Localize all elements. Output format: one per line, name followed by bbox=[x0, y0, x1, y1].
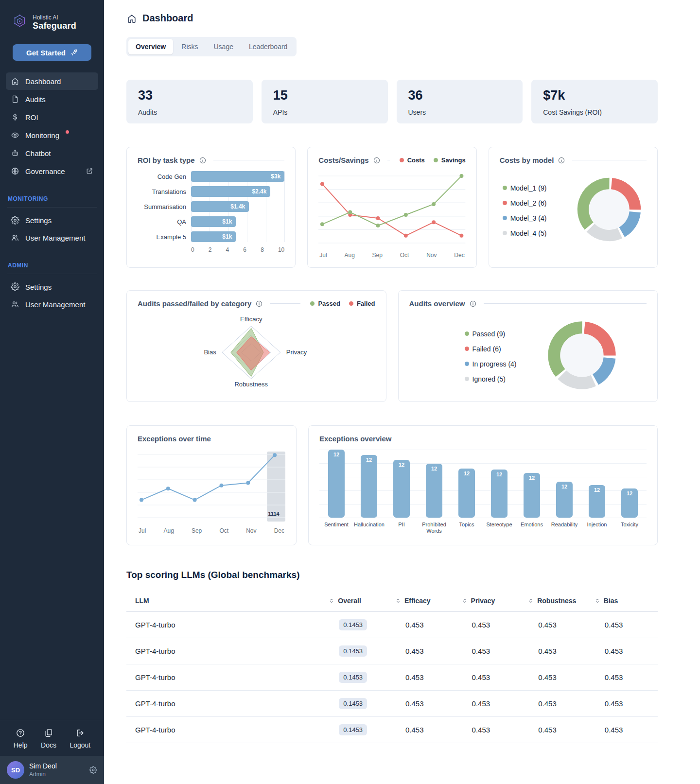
gridline bbox=[319, 518, 647, 518]
column-header-overall[interactable]: Overall bbox=[328, 590, 395, 612]
x-tick: 6 bbox=[243, 246, 246, 253]
sidebar-item-roi[interactable]: ROI bbox=[6, 108, 98, 126]
cell-score: 0.453 bbox=[594, 691, 658, 717]
user-card[interactable]: SD Sim Deol Admin bbox=[0, 756, 104, 784]
user-name: Sim Deol bbox=[29, 762, 57, 770]
legend-label: Failed bbox=[357, 300, 375, 307]
legend-dot bbox=[400, 158, 404, 162]
sort-icon bbox=[527, 597, 534, 604]
legend-item-passed: Passed (9) bbox=[465, 330, 517, 338]
overall-badge: 0.1453 bbox=[339, 724, 367, 735]
sidebar-item-dashboard[interactable]: Dashboard bbox=[6, 72, 98, 90]
x-tick: 2 bbox=[209, 246, 212, 253]
get-started-button[interactable]: Get Started bbox=[13, 44, 91, 61]
x-tick: Oct bbox=[400, 252, 409, 259]
app-root: Holistic AI Safeguard Get Started Dashbo… bbox=[0, 0, 700, 784]
sidebar-item-governance[interactable]: Governance bbox=[6, 162, 98, 180]
table-row: GPT-4-turbo0.14530.4530.4530.4530.453 bbox=[126, 638, 658, 664]
sidebar-sections: MONITORINGSettingsUser ManagementADMINSe… bbox=[0, 180, 104, 313]
cell-overall: 0.1453 bbox=[328, 638, 395, 664]
column-header-privacy[interactable]: Privacy bbox=[461, 590, 528, 612]
x-tick: PII bbox=[386, 522, 417, 534]
users-icon bbox=[11, 233, 19, 242]
legend-item-failed: Failed bbox=[349, 300, 375, 307]
overall-badge: 0.1453 bbox=[339, 619, 367, 630]
x-tick: Sep bbox=[372, 252, 383, 259]
tab-risks[interactable]: Risks bbox=[174, 39, 205, 54]
bar-label: Example 5 bbox=[138, 233, 186, 241]
sidebar-item-admin-settings[interactable]: Settings bbox=[6, 278, 98, 296]
legend-item-model-3: Model_3 (4) bbox=[503, 214, 547, 222]
sidebar-item-admin-user-management[interactable]: User Management bbox=[6, 296, 98, 313]
cell-score: 0.453 bbox=[527, 638, 594, 664]
bar-value-label: 12 bbox=[426, 466, 442, 471]
stat-card-apis: 15APIs bbox=[262, 80, 388, 123]
exceptions-over-time-chart: 1114JulAugSepOctNovDec bbox=[138, 450, 285, 534]
costs-savings-svg bbox=[318, 171, 465, 247]
sidebar-section-monitoring: MONITORINGSettingsUser Management bbox=[0, 195, 104, 246]
sidebar-item-audits[interactable]: Audits bbox=[6, 90, 98, 108]
legend-label: Model_1 (9) bbox=[510, 184, 547, 192]
legend-label: Model_3 (4) bbox=[510, 214, 547, 222]
tab-leaderboard[interactable]: Leaderboard bbox=[242, 39, 295, 54]
costs-by-model-layout: Model_1 (9)Model_2 (6)Model_3 (4)Model_4… bbox=[500, 171, 647, 247]
column-header-llm: LLM bbox=[126, 590, 328, 612]
info-icon[interactable] bbox=[373, 157, 381, 164]
x-tick: Nov bbox=[246, 527, 256, 534]
column-header-efficacy[interactable]: Efficacy bbox=[395, 590, 461, 612]
cell-score: 0.453 bbox=[395, 638, 461, 664]
user-settings-gear-icon[interactable] bbox=[89, 766, 97, 774]
legend-label: Model_4 (5) bbox=[510, 229, 547, 237]
x-tick: Jul bbox=[319, 252, 327, 259]
docs-icon bbox=[44, 728, 53, 738]
bar-sentiment: 12 bbox=[328, 450, 345, 518]
legend-item-passed: Passed bbox=[310, 300, 340, 307]
sidebar-item-monitoring[interactable]: Monitoring bbox=[6, 126, 98, 144]
sidebar-item-monitoring-settings[interactable]: Settings bbox=[6, 211, 98, 229]
cell-score: 0.453 bbox=[527, 717, 594, 743]
table-row: GPT-4-turbo0.14530.4530.4530.4530.453 bbox=[126, 664, 658, 691]
x-tick: Hallucination bbox=[354, 522, 384, 534]
overall-badge: 0.1453 bbox=[339, 698, 367, 709]
docs-button[interactable]: Docs bbox=[41, 728, 56, 749]
bar-value-label: 12 bbox=[589, 487, 605, 493]
info-icon[interactable] bbox=[255, 300, 263, 308]
column-header-robustness[interactable]: Robustness bbox=[527, 590, 594, 612]
info-icon[interactable] bbox=[558, 157, 565, 164]
divider bbox=[7, 207, 97, 208]
file-icon bbox=[11, 95, 19, 104]
sidebar-item-label: Governance bbox=[25, 167, 65, 175]
sidebar-item-label: ROI bbox=[25, 113, 38, 122]
gridline bbox=[284, 171, 285, 242]
info-icon[interactable] bbox=[199, 157, 207, 164]
column-header-bias[interactable]: Bias bbox=[594, 590, 658, 612]
logout-button[interactable]: Logout bbox=[70, 728, 90, 749]
column-header-inner: Privacy bbox=[461, 597, 528, 605]
legend-label: Passed bbox=[318, 300, 340, 307]
bar-topics: 12 bbox=[458, 469, 475, 518]
user-role: Admin bbox=[29, 771, 57, 778]
x-tick: Toxicity bbox=[614, 522, 645, 534]
stat-value: 33 bbox=[138, 88, 241, 103]
tab-usage[interactable]: Usage bbox=[207, 39, 241, 54]
help-button[interactable]: Help bbox=[14, 728, 28, 749]
cell-llm: GPT-4-turbo bbox=[126, 664, 328, 691]
divider bbox=[387, 160, 390, 160]
bar-value-label: 12 bbox=[393, 462, 410, 468]
sidebar-item-label: Audits bbox=[25, 95, 46, 104]
costs-by-model-donut bbox=[574, 174, 645, 247]
sidebar-item-chatbot[interactable]: Chatbot bbox=[6, 144, 98, 162]
dollar-icon bbox=[11, 113, 19, 122]
legend-item-model-4: Model_4 (5) bbox=[503, 229, 547, 237]
sidebar-item-label: User Management bbox=[25, 234, 85, 242]
table-row: GPT-4-turbo0.14530.4530.4530.4530.453 bbox=[126, 691, 658, 717]
info-icon[interactable] bbox=[469, 300, 477, 308]
cell-score: 0.453 bbox=[461, 717, 528, 743]
sidebar-item-label: User Management bbox=[25, 300, 85, 309]
tabs: OverviewRisksUsageLeaderboard bbox=[126, 37, 297, 56]
sidebar-item-monitoring-user-management[interactable]: User Management bbox=[6, 229, 98, 246]
cell-overall: 0.1453 bbox=[328, 664, 395, 691]
sidebar-section-admin: ADMINSettingsUser Management bbox=[0, 262, 104, 313]
x-tick: 8 bbox=[261, 246, 264, 253]
tab-overview[interactable]: Overview bbox=[128, 39, 173, 54]
